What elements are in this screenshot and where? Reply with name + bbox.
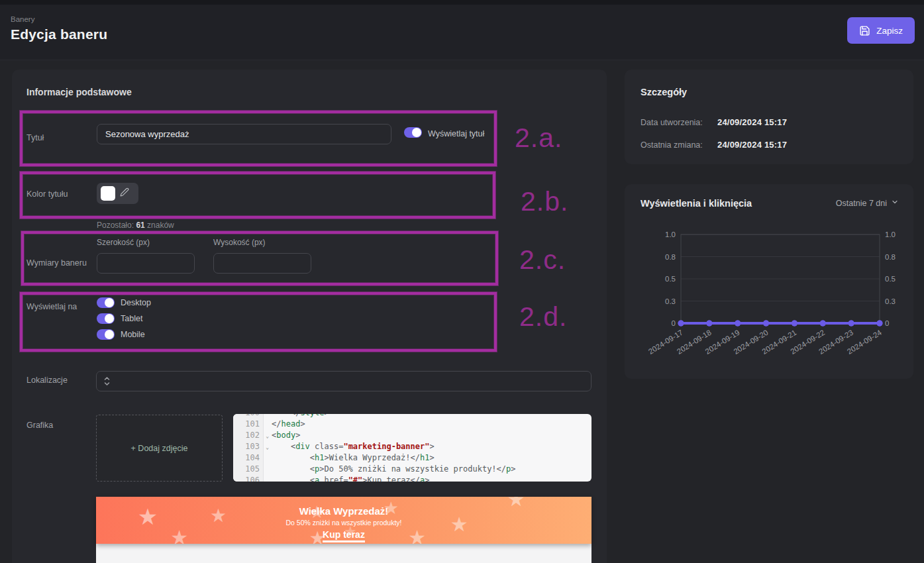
- views-clicks-chart: 1.01.00.80.80.50.50.30.3002024-09-172024…: [625, 221, 913, 379]
- code-line[interactable]: 101</head>: [233, 419, 591, 430]
- created-date-label: Data utworzenia:: [641, 118, 703, 127]
- code-line[interactable]: 100 </style>: [233, 414, 591, 419]
- svg-text:0.8: 0.8: [885, 253, 896, 261]
- last-change-value: 24/09/2024 15:17: [717, 140, 787, 150]
- star-icon: ★: [408, 526, 426, 544]
- svg-text:0: 0: [672, 319, 676, 327]
- banner-heading: Wielka Wyprzedaż!: [96, 505, 591, 517]
- save-icon: [859, 25, 870, 36]
- svg-text:0: 0: [885, 319, 889, 327]
- svg-text:1.0: 1.0: [885, 230, 896, 238]
- code-line[interactable]: 102⌄<body>: [233, 430, 591, 441]
- date-range-dropdown[interactable]: Ostatnie 7 dni: [836, 198, 899, 208]
- html-code-editor[interactable]: 100 </style>101</head>102⌄<body>103⌄ <di…: [233, 414, 591, 482]
- annotation-box-2d: [20, 292, 497, 352]
- code-line[interactable]: 106 <a href="#">Kup teraz</a>: [233, 475, 591, 482]
- add-photo-button[interactable]: + Dodaj zdjęcie: [96, 415, 223, 482]
- views-clicks-card: Wyświetlenia i kliknięcia Ostatnie 7 dni…: [625, 184, 913, 379]
- page-header: Banery Edycja baneru Zapisz: [0, 5, 924, 60]
- annotation-label-2a: 2.a.: [515, 123, 562, 154]
- annotation-box-2a: [20, 111, 497, 166]
- svg-text:1.0: 1.0: [665, 230, 676, 238]
- select-chevrons-icon: [103, 376, 110, 386]
- details-card: Szczegóły Data utworzenia: 24/09/2024 15…: [625, 70, 913, 164]
- svg-text:0.5: 0.5: [885, 275, 896, 283]
- save-button-label: Zapisz: [876, 26, 903, 36]
- svg-text:0.8: 0.8: [665, 253, 676, 261]
- details-title: Szczegóły: [641, 87, 687, 97]
- chevron-down-icon: [891, 198, 899, 208]
- annotation-label-2d: 2.d.: [519, 301, 567, 333]
- annotation-box-2c: [21, 231, 498, 285]
- top-strip: [0, 0, 924, 5]
- save-button[interactable]: Zapisz: [847, 17, 915, 44]
- star-icon: ★: [170, 526, 188, 544]
- chars-remaining: Pozostało: 61 znaków: [97, 221, 174, 230]
- graphic-label: Grafika: [26, 421, 53, 430]
- svg-text:0.3: 0.3: [665, 297, 676, 305]
- chart-title: Wyświetlenia i kliknięcia: [641, 198, 752, 209]
- banner-subtext: Do 50% zniżki na wszystkie produkty!: [96, 519, 591, 527]
- section-title: Informacje podstawowe: [26, 87, 132, 97]
- annotation-label-2b: 2.b.: [521, 186, 568, 217]
- banner-preview-frame: Wielka Wyprzedaż! Do 50% zniżki na wszys…: [96, 497, 591, 563]
- date-range-label: Ostatnie 7 dni: [836, 199, 887, 208]
- svg-text:0.5: 0.5: [665, 275, 676, 283]
- svg-text:0.3: 0.3: [885, 297, 896, 305]
- locations-label: Lokalizacje: [26, 376, 68, 385]
- banner-cta-link: Kup teraz: [323, 529, 365, 542]
- code-line[interactable]: 105 <p>Do 50% zniżki na wszystkie produk…: [233, 464, 591, 475]
- breadcrumb[interactable]: Banery: [11, 15, 34, 23]
- code-line[interactable]: 103⌄ <div class="marketing-banner">: [233, 441, 591, 452]
- banner-preview: Wielka Wyprzedaż! Do 50% zniżki na wszys…: [96, 497, 591, 544]
- code-lines: 100 </style>101</head>102⌄<body>103⌄ <di…: [233, 414, 591, 482]
- created-date-value: 24/09/2024 15:17: [717, 117, 787, 127]
- annotation-label-2c: 2.c.: [519, 244, 566, 276]
- last-change-label: Ostatnia zmiana:: [641, 140, 703, 150]
- add-photo-label: + Dodaj zdjęcie: [131, 444, 188, 453]
- code-line[interactable]: 104 <h1>Wielka Wyprzedaż!</h1>: [233, 452, 591, 464]
- locations-select[interactable]: [96, 371, 591, 391]
- annotation-box-2b: [20, 172, 495, 219]
- page-title: Edycja baneru: [11, 26, 107, 42]
